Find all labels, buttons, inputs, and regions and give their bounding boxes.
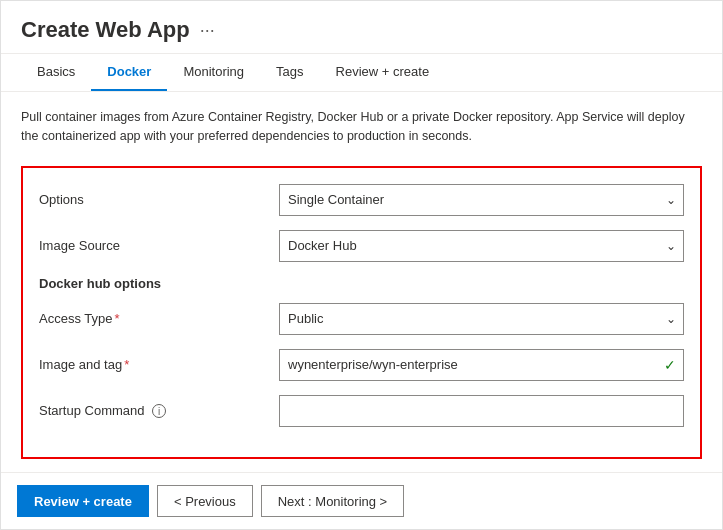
tab-tags[interactable]: Tags — [260, 54, 319, 91]
options-select[interactable]: Single Container Docker Compose — [279, 184, 684, 216]
options-label: Options — [39, 192, 279, 207]
image-source-select[interactable]: Docker Hub Azure Container Registry Priv… — [279, 230, 684, 262]
startup-command-control — [279, 395, 684, 427]
tab-review-create[interactable]: Review + create — [320, 54, 446, 91]
image-tag-label: Image and tag* — [39, 357, 279, 372]
tabs-bar: Basics Docker Monitoring Tags Review + c… — [1, 54, 722, 92]
previous-button[interactable]: < Previous — [157, 485, 253, 517]
image-tag-control: ✓ — [279, 349, 684, 381]
image-source-label: Image Source — [39, 238, 279, 253]
footer: Review + create < Previous Next : Monito… — [1, 472, 722, 529]
startup-command-row: Startup Command i — [39, 395, 684, 427]
tab-docker[interactable]: Docker — [91, 54, 167, 91]
access-type-select[interactable]: Public Private — [279, 303, 684, 335]
image-source-row: Image Source Docker Hub Azure Container … — [39, 230, 684, 262]
form-section: Options Single Container Docker Compose … — [21, 166, 702, 459]
access-type-label: Access Type* — [39, 311, 279, 326]
image-tag-input[interactable] — [279, 349, 684, 381]
tab-monitoring[interactable]: Monitoring — [167, 54, 260, 91]
options-row: Options Single Container Docker Compose … — [39, 184, 684, 216]
image-tag-row: Image and tag* ✓ — [39, 349, 684, 381]
image-source-control: Docker Hub Azure Container Registry Priv… — [279, 230, 684, 262]
page-title: Create Web App — [21, 17, 190, 43]
content-area: Pull container images from Azure Contain… — [1, 92, 722, 472]
options-control: Single Container Docker Compose ⌄ — [279, 184, 684, 216]
startup-command-label: Startup Command i — [39, 403, 279, 419]
access-type-control: Public Private ⌄ — [279, 303, 684, 335]
startup-command-input[interactable] — [279, 395, 684, 427]
startup-command-info-icon[interactable]: i — [152, 404, 166, 418]
review-create-button[interactable]: Review + create — [17, 485, 149, 517]
header-ellipsis-icon[interactable]: ··· — [200, 20, 215, 41]
docker-hub-section-header: Docker hub options — [39, 276, 684, 291]
next-monitoring-button[interactable]: Next : Monitoring > — [261, 485, 404, 517]
description-text: Pull container images from Azure Contain… — [21, 108, 702, 146]
access-type-row: Access Type* Public Private ⌄ — [39, 303, 684, 335]
image-tag-check-icon: ✓ — [664, 357, 676, 373]
tab-basics[interactable]: Basics — [21, 54, 91, 91]
